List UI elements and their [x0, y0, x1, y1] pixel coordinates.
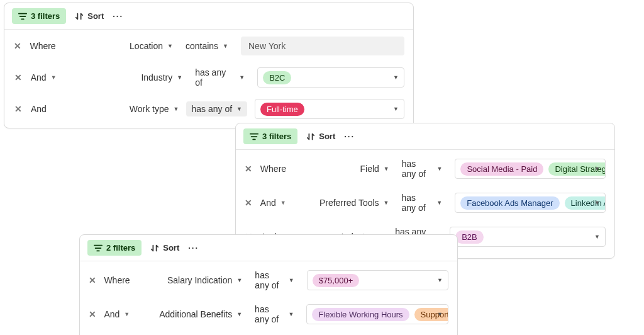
- operator-selector[interactable]: has any of ▼: [397, 190, 448, 215]
- chevron-down-icon: ▼: [384, 200, 389, 206]
- field-label: Additional Benefits: [159, 309, 232, 319]
- conjunction-label: Where: [30, 41, 55, 51]
- chevron-down-icon: ▼: [594, 200, 600, 206]
- chevron-down-icon: ▼: [437, 311, 443, 317]
- field-selector[interactable]: Industry ▼: [72, 72, 183, 82]
- remove-filter-button[interactable]: ✕: [245, 164, 253, 174]
- filters-button[interactable]: 2 filters: [87, 240, 142, 256]
- field-selector[interactable]: Salary Indication ▼: [145, 275, 243, 285]
- remove-filter-button[interactable]: ✕: [13, 41, 22, 51]
- value-text-input[interactable]: New York: [241, 37, 404, 55]
- conjunction-selector[interactable]: And ▼: [260, 198, 286, 208]
- value-tag-selector[interactable]: B2B ▼: [450, 227, 606, 247]
- operator-selector[interactable]: has any of ▼: [190, 65, 250, 90]
- chevron-down-icon: ▼: [167, 43, 173, 49]
- sort-button[interactable]: Sort: [150, 243, 179, 253]
- chevron-down-icon: ▼: [124, 311, 130, 317]
- filter-row: ✕ Where Location ▼ contains ▼ New York: [13, 36, 404, 56]
- sort-button[interactable]: Sort: [306, 132, 335, 141]
- chevron-down-icon: ▼: [289, 311, 294, 317]
- operator-selector[interactable]: contains ▼: [180, 38, 233, 54]
- remove-filter-button[interactable]: ✕: [245, 198, 253, 208]
- conjunction-text: And: [260, 198, 276, 208]
- chevron-down-icon: ▼: [280, 200, 286, 206]
- sort-icon: [150, 244, 159, 253]
- conjunction-selector[interactable]: And ▼: [104, 309, 130, 319]
- filter-card-header: 2 filters Sort ···: [80, 235, 457, 261]
- chevron-down-icon: ▼: [594, 166, 600, 172]
- chevron-down-icon: ▼: [436, 200, 442, 206]
- value-tag-selector[interactable]: Flexible Working Hours Supportive of ▼: [306, 304, 448, 324]
- operator-label: has any of: [255, 304, 284, 324]
- value-tag-selector[interactable]: Full-time ▼: [255, 99, 404, 119]
- filter-card-header: 3 filters Sort ···: [4, 3, 413, 30]
- tag: B2C: [263, 71, 291, 84]
- filter-icon: [250, 132, 258, 141]
- filter-row: ✕ And ▼ Preferred Tools ▼ has any of ▼ F…: [245, 190, 606, 215]
- field-label: Field: [360, 164, 379, 174]
- more-button[interactable]: ···: [344, 132, 355, 141]
- filter-icon: [18, 12, 27, 21]
- chevron-down-icon: ▼: [437, 166, 443, 172]
- filter-row: ✕ Where Field ▼ has any of ▼ Social Medi…: [245, 156, 606, 181]
- conjunction-text: And: [31, 104, 47, 114]
- chevron-down-icon: ▼: [289, 277, 294, 283]
- conjunction-text: Where: [260, 164, 286, 174]
- remove-filter-button[interactable]: ✕: [13, 104, 23, 114]
- field-label: Salary Indication: [167, 275, 233, 285]
- chevron-down-icon: ▼: [51, 74, 57, 81]
- field-selector[interactable]: Work type ▼: [65, 104, 179, 114]
- operator-selector[interactable]: has any of ▼: [250, 302, 299, 327]
- field-selector[interactable]: Field ▼: [301, 164, 389, 174]
- field-selector[interactable]: Location ▼: [71, 41, 173, 51]
- filter-card: 3 filters Sort ··· ✕ Where Location ▼ co…: [4, 3, 414, 128]
- chevron-down-icon: ▼: [174, 106, 179, 112]
- value-tag-selector[interactable]: B2C ▼: [257, 67, 404, 88]
- sort-label: Sort: [163, 243, 179, 253]
- chevron-down-icon: ▼: [239, 74, 245, 81]
- filter-rows: ✕ Where Location ▼ contains ▼ New York ✕…: [4, 30, 413, 128]
- filter-row: ✕ And ▼ Additional Benefits ▼ has any of…: [89, 302, 448, 327]
- chevron-down-icon: ▼: [236, 311, 242, 317]
- conjunction-selector[interactable]: And ▼: [31, 72, 57, 82]
- tag: $75,000+: [313, 274, 360, 287]
- operator-label: contains: [186, 41, 218, 51]
- conjunction-text: And: [104, 309, 119, 319]
- filters-count-label: 3 filters: [31, 11, 60, 21]
- field-label: Preferred Tools: [319, 198, 379, 208]
- operator-label: has any of: [255, 270, 284, 290]
- remove-filter-button[interactable]: ✕: [89, 275, 96, 285]
- filter-row: ✕ And Work type ▼ has any of ▼ Full-time…: [13, 99, 404, 119]
- filter-card-header: 3 filters Sort ···: [236, 123, 614, 150]
- chevron-down-icon: ▼: [437, 277, 443, 283]
- sort-icon: [75, 12, 84, 21]
- sort-button[interactable]: Sort: [75, 11, 104, 21]
- more-button[interactable]: ···: [188, 243, 199, 253]
- field-selector[interactable]: Preferred Tools ▼: [301, 198, 389, 208]
- sort-label: Sort: [87, 11, 104, 21]
- chevron-down-icon: ▼: [177, 74, 182, 81]
- remove-filter-button[interactable]: ✕: [89, 309, 96, 319]
- chevron-down-icon: ▼: [594, 234, 600, 240]
- remove-filter-button[interactable]: ✕: [13, 72, 23, 82]
- filters-button[interactable]: 3 filters: [12, 8, 66, 24]
- chevron-down-icon: ▼: [236, 106, 242, 112]
- tag: Facebook Ads Manager: [460, 196, 559, 210]
- value-tag-selector[interactable]: Social Media - Paid Digital Strategy ▼: [455, 159, 606, 179]
- filter-icon: [94, 244, 103, 253]
- filter-rows: ✕ Where Salary Indication ▼ has any of ▼…: [80, 261, 457, 335]
- value-tag-selector[interactable]: Facebook Ads Manager LinkedIn Ads ▼: [455, 193, 606, 213]
- value-tag-selector[interactable]: $75,000+ ▼: [307, 270, 448, 290]
- filters-button[interactable]: 3 filters: [243, 128, 297, 144]
- more-button[interactable]: ···: [113, 11, 123, 21]
- field-selector[interactable]: Additional Benefits ▼: [145, 309, 242, 319]
- operator-selector[interactable]: has any of ▼: [186, 101, 247, 116]
- operator-selector[interactable]: has any of ▼: [397, 156, 448, 181]
- tag: Full-time: [260, 103, 304, 116]
- more-icon: ···: [188, 243, 199, 253]
- tag: B2B: [455, 230, 484, 244]
- operator-selector[interactable]: has any of ▼: [250, 268, 299, 293]
- filter-row: ✕ And ▼ Industry ▼ has any of ▼ B2C ▼: [13, 65, 404, 90]
- conjunction-label: Where: [260, 164, 286, 174]
- chevron-down-icon: ▼: [384, 166, 389, 172]
